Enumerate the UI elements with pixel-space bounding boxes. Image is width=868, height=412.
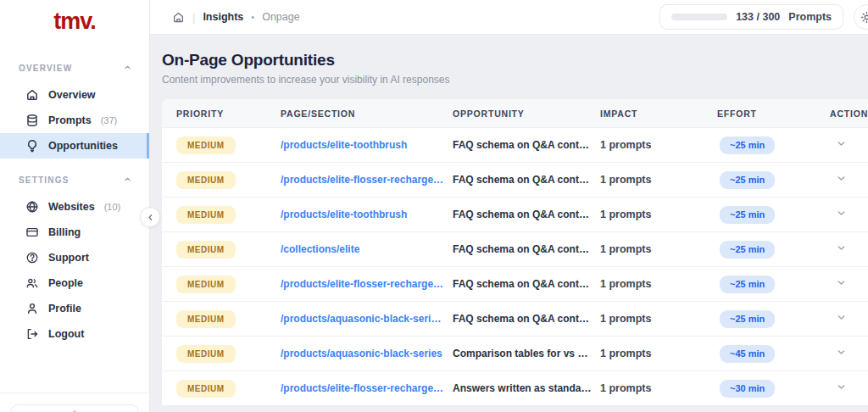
opportunities-table: PRIORITYPAGE/SECTIONOPPORTUNITYIMPACTEFF… bbox=[162, 99, 868, 405]
page-link[interactable]: /products/elite-flosser-rechargeable-… bbox=[281, 278, 453, 290]
table-row[interactable]: MEDIUM/products/aquasonic-black-series-r… bbox=[162, 301, 868, 336]
chevron-up-icon bbox=[123, 60, 132, 75]
section-label: SETTINGS bbox=[19, 175, 70, 185]
sidebar-item-count: (10) bbox=[104, 202, 121, 212]
sidebar-nav: OVERVIEWOverviewPrompts(37)Opportunities… bbox=[0, 53, 149, 347]
priority-badge: MEDIUM bbox=[176, 310, 236, 328]
priority-badge: MEDIUM bbox=[176, 136, 236, 154]
breadcrumb: | Insights • Onpage bbox=[172, 11, 300, 24]
table-row[interactable]: MEDIUM/collections/eliteFAQ schema on Q&… bbox=[162, 231, 868, 266]
priority-cell: MEDIUM bbox=[176, 136, 281, 154]
sidebar-item-label: Support bbox=[48, 252, 89, 264]
action-cell bbox=[830, 276, 868, 292]
action-cell bbox=[830, 137, 868, 153]
impact-text: 1 prompts bbox=[600, 313, 717, 325]
main-area: | Insights • Onpage 133 / 300 Prompts bbox=[150, 0, 868, 412]
expand-row-button[interactable] bbox=[836, 208, 847, 219]
usage-progress-bar bbox=[671, 14, 727, 20]
effort-cell: ~25 min bbox=[717, 276, 830, 293]
prompts-usage-pill[interactable]: 133 / 300 Prompts bbox=[659, 4, 843, 30]
expand-row-button[interactable] bbox=[836, 347, 847, 358]
chevron-down-icon bbox=[836, 138, 847, 149]
effort-cell: ~25 min bbox=[717, 136, 830, 154]
sidebar-item-count: (37) bbox=[101, 115, 118, 125]
table-row[interactable]: MEDIUM/products/elite-flosser-rechargeab… bbox=[162, 370, 868, 405]
theme-toggle-button[interactable] bbox=[854, 4, 868, 30]
sidebar-item-overview[interactable]: Overview bbox=[0, 82, 149, 108]
page-title: On-Page Opportunities bbox=[162, 51, 868, 70]
effort-badge: ~25 min bbox=[720, 310, 775, 328]
impact-text: 1 prompts bbox=[600, 348, 717, 359]
effort-badge: ~25 min bbox=[720, 206, 775, 224]
chevron-down-icon bbox=[836, 173, 847, 184]
sidebar-item-websites[interactable]: Websites(10) bbox=[0, 194, 149, 220]
expand-row-button[interactable] bbox=[836, 138, 847, 149]
help-icon bbox=[25, 251, 39, 264]
priority-badge: MEDIUM bbox=[176, 276, 236, 293]
sidebar-item-people[interactable]: People bbox=[0, 270, 149, 296]
impact-text: 1 prompts bbox=[600, 139, 717, 151]
impact-text: 1 prompts bbox=[600, 382, 717, 394]
table-row[interactable]: MEDIUM/products/elite-flosser-rechargeab… bbox=[162, 162, 868, 197]
sidebar-item-label: Opportunities bbox=[48, 140, 118, 152]
table-body: MEDIUM/products/elite-toothbrushFAQ sche… bbox=[162, 127, 868, 405]
priority-cell: MEDIUM bbox=[176, 276, 281, 293]
sidebar-item-opportunities[interactable]: Opportunities bbox=[0, 133, 149, 159]
credit-card-icon bbox=[25, 225, 39, 239]
sidebar-item-label: Prompts bbox=[48, 114, 92, 126]
sidebar-item-label: Billing bbox=[48, 226, 81, 238]
expand-row-button[interactable] bbox=[836, 312, 847, 323]
expand-row-button[interactable] bbox=[836, 277, 847, 288]
sidebar-item-prompts[interactable]: Prompts(37) bbox=[0, 108, 149, 133]
table-row[interactable]: MEDIUM/products/elite-flosser-rechargeab… bbox=[162, 266, 868, 301]
page-link[interactable]: /collections/elite bbox=[281, 243, 453, 255]
breadcrumb-insights[interactable]: Insights bbox=[203, 11, 243, 23]
opportunity-text: FAQ schema on Q&A content bbox=[453, 174, 600, 186]
content: On-Page Opportunities Content improvemen… bbox=[150, 35, 868, 405]
page-link[interactable]: /products/elite-flosser-rechargeable-… bbox=[281, 174, 453, 186]
table-row[interactable]: MEDIUM/products/elite-toothbrushFAQ sche… bbox=[162, 127, 868, 162]
sidebar-collapse-button[interactable] bbox=[140, 207, 160, 227]
expand-row-button[interactable] bbox=[836, 173, 847, 184]
sidebar-item-profile[interactable]: Profile bbox=[0, 296, 149, 321]
page-link[interactable]: /products/elite-toothbrush bbox=[281, 209, 453, 220]
effort-badge: ~25 min bbox=[720, 276, 775, 293]
section-header-overview[interactable]: OVERVIEW bbox=[0, 53, 149, 82]
effort-cell: ~25 min bbox=[717, 171, 830, 189]
expand-row-button[interactable] bbox=[836, 381, 847, 393]
opportunity-text: Answers written as standalone,… bbox=[453, 382, 600, 394]
priority-badge: MEDIUM bbox=[176, 241, 236, 259]
table-row[interactable]: MEDIUM/products/elite-toothbrushFAQ sche… bbox=[162, 197, 868, 231]
home-icon bbox=[172, 11, 185, 24]
priority-cell: MEDIUM bbox=[176, 241, 281, 259]
brand: tmv. bbox=[0, 0, 149, 47]
page-link[interactable]: /products/aquasonic-black-series bbox=[281, 348, 453, 359]
impact-text: 1 prompts bbox=[600, 278, 717, 290]
lightbulb-icon bbox=[25, 139, 39, 153]
database-icon bbox=[25, 114, 39, 127]
breadcrumb-home-link[interactable] bbox=[172, 11, 185, 24]
priority-cell: MEDIUM bbox=[176, 345, 281, 363]
page-link[interactable]: /products/elite-toothbrush bbox=[281, 139, 453, 151]
sidebar-item-billing[interactable]: Billing bbox=[0, 220, 149, 245]
page-link[interactable]: /products/elite-flosser-rechargeable-… bbox=[281, 382, 453, 394]
topbar: | Insights • Onpage 133 / 300 Prompts bbox=[150, 0, 868, 35]
brand-logo[interactable]: tmv. bbox=[53, 8, 96, 34]
chevron-down-icon bbox=[836, 347, 847, 358]
sidebar-divider bbox=[0, 393, 149, 393]
sidebar-item-logout[interactable]: Logout bbox=[0, 321, 149, 347]
section-header-settings[interactable]: SETTINGS bbox=[0, 165, 149, 194]
sidebar-bottom-card bbox=[10, 404, 139, 412]
sidebar-item-label: Profile bbox=[48, 303, 81, 315]
page-link[interactable]: /products/aquasonic-black-series-re… bbox=[281, 313, 453, 325]
opportunity-text: FAQ schema on Q&A content bbox=[453, 209, 600, 220]
table-row[interactable]: MEDIUM/products/aquasonic-black-seriesCo… bbox=[162, 336, 868, 370]
app-root: tmv. OVERVIEWOverviewPrompts(37)Opportun… bbox=[0, 0, 868, 412]
sidebar: tmv. OVERVIEWOverviewPrompts(37)Opportun… bbox=[0, 0, 150, 412]
opportunity-text: FAQ schema on Q&A content bbox=[453, 243, 600, 255]
priority-cell: MEDIUM bbox=[176, 206, 281, 224]
priority-cell: MEDIUM bbox=[176, 380, 281, 398]
people-icon bbox=[25, 276, 39, 290]
sidebar-item-support[interactable]: Support bbox=[0, 245, 149, 270]
expand-row-button[interactable] bbox=[836, 242, 847, 253]
